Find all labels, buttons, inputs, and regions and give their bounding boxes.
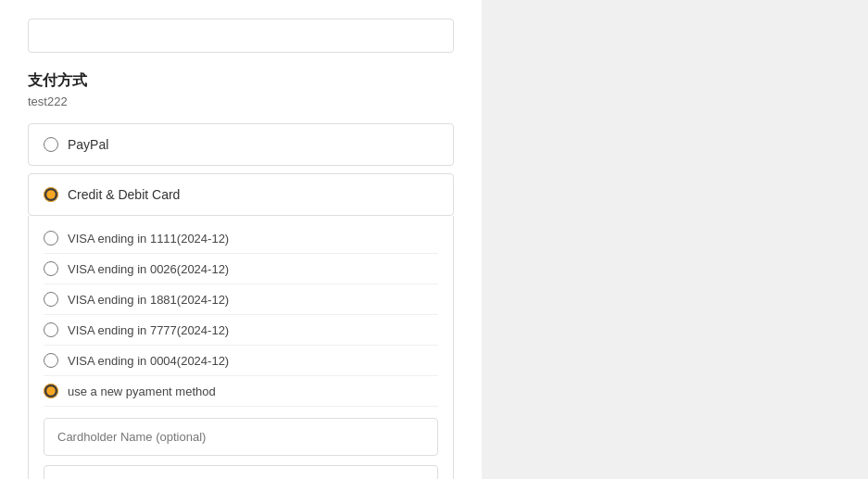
list-item[interactable]: VISA ending in 0026(2024-12) — [44, 254, 438, 284]
list-item[interactable]: VISA ending in 1111(2024-12) — [44, 223, 438, 254]
visa-0004-radio[interactable] — [44, 353, 58, 368]
paypal-radio[interactable] — [44, 137, 58, 152]
new-payment-form — [44, 418, 438, 479]
right-panel — [482, 0, 868, 479]
visa-0026-radio[interactable] — [44, 261, 58, 276]
top-input[interactable] — [28, 19, 454, 53]
new-method-radio[interactable] — [44, 384, 58, 398]
visa-0004-label[interactable]: VISA ending in 0004(2024-12) — [68, 354, 229, 368]
visa-0026-label[interactable]: VISA ending in 0026(2024-12) — [68, 262, 229, 276]
credit-debit-radio[interactable] — [44, 187, 58, 202]
credit-debit-option[interactable]: Credit & Debit Card — [28, 173, 454, 216]
new-method-label[interactable]: use a new pyament method — [68, 384, 216, 398]
card-number-input[interactable] — [44, 465, 438, 479]
visa-1111-radio[interactable] — [44, 231, 58, 246]
section-subtitle: test222 — [28, 95, 454, 108]
section-title: 支付方式 — [28, 71, 454, 91]
credit-debit-label[interactable]: Credit & Debit Card — [68, 187, 180, 202]
visa-1881-radio[interactable] — [44, 292, 58, 307]
visa-7777-label[interactable]: VISA ending in 7777(2024-12) — [68, 323, 229, 337]
saved-cards-list: VISA ending in 1111(2024-12) VISA ending… — [28, 216, 454, 479]
list-item[interactable]: use a new pyament method — [44, 376, 438, 407]
paypal-label[interactable]: PayPal — [68, 137, 108, 152]
list-item[interactable]: VISA ending in 1881(2024-12) — [44, 284, 438, 315]
visa-7777-radio[interactable] — [44, 322, 58, 337]
visa-1111-label[interactable]: VISA ending in 1111(2024-12) — [68, 232, 229, 246]
list-item[interactable]: VISA ending in 0004(2024-12) — [44, 346, 438, 376]
cardholder-name-input[interactable] — [44, 418, 438, 456]
payment-panel: 支付方式 test222 PayPal Credit & Debit Card … — [0, 0, 482, 479]
list-item[interactable]: VISA ending in 7777(2024-12) — [44, 315, 438, 346]
visa-1881-label[interactable]: VISA ending in 1881(2024-12) — [68, 293, 229, 307]
paypal-option[interactable]: PayPal — [28, 123, 454, 166]
